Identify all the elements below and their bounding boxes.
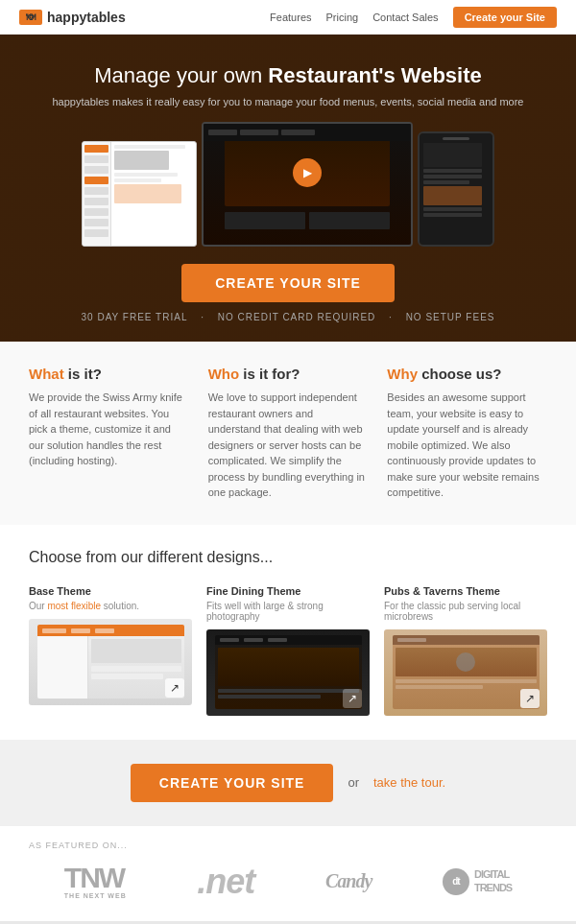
- theme-pubs-img[interactable]: ↗: [384, 629, 547, 716]
- theme-pubs-arrow[interactable]: ↗: [520, 689, 540, 708]
- tnw-logo: TNW THE NEXT WEB: [64, 864, 127, 899]
- info-grid: What is it? We provide the Swiss Army kn…: [29, 366, 547, 501]
- footer: QUICK LINKS PRODUCT Home Members FAQ Doc…: [0, 921, 576, 925]
- info-who-title: Who is it for?: [208, 366, 369, 382]
- nav-features[interactable]: Features: [270, 12, 311, 23]
- theme-col-pubs: Pubs & Taverns Theme For the classic pub…: [384, 585, 547, 716]
- cta-or-text: or: [348, 775, 359, 790]
- info-col-who: Who is it for? We love to support indepe…: [208, 366, 369, 501]
- info-who-body: We love to support independent restauran…: [208, 390, 369, 501]
- dt-logo: dt DIGITALTRENDS: [443, 868, 512, 895]
- header: happytables Features Pricing Contact Sal…: [0, 0, 576, 35]
- theme-base-arrow[interactable]: ↗: [165, 678, 184, 698]
- theme-dining-arrow[interactable]: ↗: [343, 689, 362, 708]
- themes-section: Choose from our different designs... Bas…: [0, 525, 576, 740]
- info-why-title: Why choose us?: [387, 366, 547, 382]
- hero-title: Manage your own Restaurant's Website: [19, 63, 557, 88]
- nav: Features Pricing Contact Sales Create yo…: [270, 7, 557, 28]
- info-what-body: We provide the Swiss Army knife of all r…: [29, 390, 189, 469]
- theme-pubs-desc: For the classic pub serving local microb…: [384, 601, 547, 622]
- info-col-what: What is it? We provide the Swiss Army kn…: [29, 366, 189, 501]
- theme-dining-desc: Fits well with large & strong photograph…: [206, 601, 370, 622]
- info-why-body: Besides an awesome support team, your we…: [387, 390, 547, 501]
- theme-base-desc: Our most flexible solution.: [29, 601, 192, 611]
- screen-right: [418, 131, 494, 247]
- info-col-why: Why choose us? Besides an awesome suppor…: [387, 366, 547, 501]
- nav-contact[interactable]: Contact Sales: [372, 12, 438, 23]
- info-section: What is it? We provide the Swiss Army kn…: [0, 342, 576, 525]
- themes-title: Choose from our different designs...: [29, 549, 547, 566]
- theme-base-name: Base Theme: [29, 585, 192, 597]
- cta-tour-link[interactable]: take the tour.: [373, 775, 445, 790]
- hero-trial: 30 DAY FREE TRIAL · NO CREDIT CARD REQUI…: [19, 312, 557, 322]
- net-logo: .net: [197, 862, 254, 902]
- candy-logo: Candy: [325, 870, 372, 892]
- theme-base-img[interactable]: ↗: [29, 619, 192, 705]
- theme-col-dining: Fine Dining Theme Fits well with large &…: [206, 585, 370, 716]
- featured-section: AS FEATURED ON... TNW THE NEXT WEB .net …: [0, 826, 576, 921]
- hero-screens: [19, 122, 557, 247]
- cta-section: CREATE YOUR SITE or take the tour.: [0, 740, 576, 826]
- logo[interactable]: happytables: [19, 10, 126, 25]
- nav-pricing[interactable]: Pricing: [326, 12, 359, 23]
- main-cta-button[interactable]: CREATE YOUR SITE: [131, 764, 334, 802]
- screen-main: [202, 122, 413, 247]
- theme-dining-img[interactable]: ↗: [206, 629, 370, 716]
- play-button[interactable]: [293, 158, 322, 187]
- theme-pubs-name: Pubs & Taverns Theme: [384, 585, 547, 597]
- themes-grid: Base Theme Our most flexible solution.: [29, 585, 547, 716]
- screen-left: [82, 141, 197, 247]
- featured-label: AS FEATURED ON...: [29, 841, 547, 850]
- hero-cta-button[interactable]: CREATE YOUR SITE: [181, 264, 395, 302]
- hero-section: Manage your own Restaurant's Website hap…: [0, 35, 576, 342]
- header-cta-button[interactable]: Create your Site: [453, 7, 557, 28]
- theme-col-base: Base Theme Our most flexible solution.: [29, 585, 192, 716]
- theme-dining-name: Fine Dining Theme: [206, 585, 370, 597]
- logo-icon: [19, 10, 42, 25]
- logo-text: happytables: [47, 10, 126, 25]
- info-what-title: What is it?: [29, 366, 189, 382]
- featured-logos: TNW THE NEXT WEB .net Candy dt DIGITALTR…: [29, 862, 547, 902]
- hero-subtitle: happytables makes it really easy for you…: [19, 96, 557, 107]
